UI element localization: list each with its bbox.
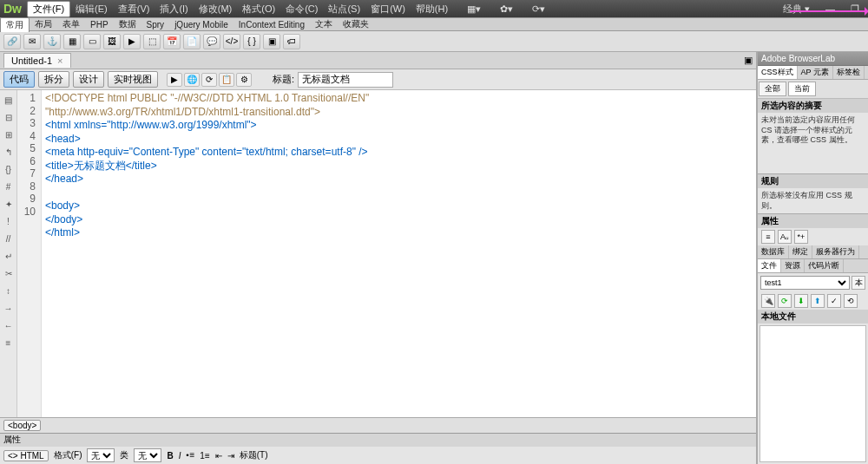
anchor-icon[interactable]: ⚓: [43, 34, 61, 49]
open-docs-icon[interactable]: ▤: [3, 94, 15, 106]
syntax-error-icon[interactable]: !: [3, 215, 15, 227]
highlight-icon[interactable]: ✦: [3, 198, 15, 210]
menu-window[interactable]: 窗口(W): [365, 2, 411, 16]
css-current-button[interactable]: 当前: [788, 82, 816, 96]
snippets-tab[interactable]: 代码片断: [805, 259, 844, 272]
email-link-icon[interactable]: ✉: [23, 34, 41, 49]
tab-incontext[interactable]: InContext Editing: [233, 19, 310, 30]
menu-site[interactable]: 站点(S): [323, 2, 365, 16]
table-icon[interactable]: ▦: [63, 34, 81, 49]
menu-format[interactable]: 格式(O): [237, 2, 280, 16]
split-view-button[interactable]: 拆分: [38, 71, 69, 88]
local-view-button[interactable]: 本: [852, 276, 865, 290]
div-icon[interactable]: ▭: [83, 34, 101, 49]
recent-snippets-icon[interactable]: ✂: [3, 267, 15, 279]
extend-icon[interactable]: ✿▾: [495, 3, 518, 16]
layout-icon[interactable]: ▦▾: [462, 3, 486, 16]
tab-common[interactable]: 常用: [0, 17, 30, 32]
show-set-icon[interactable]: *+: [794, 230, 808, 244]
expand-icon[interactable]: ⊞: [3, 128, 15, 141]
format-select[interactable]: 无: [87, 448, 115, 462]
bindings-tab[interactable]: 绑定: [789, 245, 812, 258]
tag-selector-body[interactable]: <body>: [3, 420, 41, 431]
menu-insert[interactable]: 插入(I): [155, 2, 193, 16]
show-category-icon[interactable]: ≡: [761, 230, 775, 244]
script-icon[interactable]: { }: [243, 34, 260, 49]
options-icon[interactable]: ⚙: [236, 73, 252, 87]
balance-braces-icon[interactable]: {}: [3, 163, 15, 175]
properties-panel-header[interactable]: 属性: [0, 433, 756, 447]
menu-help[interactable]: 帮助(H): [411, 2, 453, 16]
comment-icon[interactable]: 💬: [203, 34, 220, 49]
tab-text[interactable]: 文本: [310, 17, 338, 31]
tab-data[interactable]: 数据: [114, 17, 141, 31]
tab-favorites[interactable]: 收藏夹: [338, 17, 374, 31]
indent-icon[interactable]: →: [3, 302, 15, 314]
outdent-icon[interactable]: ←: [3, 319, 15, 331]
get-icon[interactable]: ⬇: [794, 294, 808, 308]
tab-php[interactable]: PHP: [85, 19, 114, 30]
tab-forms[interactable]: 表单: [57, 17, 85, 31]
collapse-panels-icon[interactable]: ▣: [744, 55, 753, 66]
head-icon[interactable]: </>: [223, 34, 240, 49]
ssi-icon[interactable]: 📄: [183, 34, 201, 49]
code-view-button[interactable]: 代码: [3, 71, 35, 88]
live-code-icon[interactable]: ▶: [167, 73, 182, 87]
tab-spry[interactable]: Spry: [141, 19, 170, 30]
databases-tab[interactable]: 数据库: [758, 245, 789, 258]
workspace-switcher[interactable]: 经典 ▾: [778, 2, 815, 16]
put-icon[interactable]: ⬆: [811, 294, 825, 308]
refresh-files-icon[interactable]: ⟳: [778, 294, 792, 308]
design-view-button[interactable]: 设计: [73, 71, 104, 88]
address-icon[interactable]: 📋: [219, 73, 234, 87]
tab-layout[interactable]: 布局: [30, 17, 57, 31]
bold-button[interactable]: B: [167, 451, 173, 461]
select-parent-icon[interactable]: ↰: [3, 146, 15, 158]
html-props-button[interactable]: <> HTML: [3, 450, 49, 461]
behaviors-tab[interactable]: 服务器行为: [812, 245, 859, 258]
document-tab[interactable]: Untitled-1 ×: [3, 53, 71, 68]
outdent-button[interactable]: ⇤: [215, 451, 222, 461]
ol-button[interactable]: 1≡: [200, 451, 209, 461]
assets-tab[interactable]: 资源: [781, 259, 805, 272]
menu-view[interactable]: 查看(V): [113, 2, 155, 16]
tag-icon[interactable]: 🏷: [283, 34, 300, 49]
connect-icon[interactable]: 🔌: [761, 294, 775, 308]
italic-button[interactable]: I: [179, 451, 181, 461]
browserlab-panel-header[interactable]: Adobe BrowserLab: [758, 52, 868, 66]
title-input[interactable]: [298, 72, 393, 88]
code-editor[interactable]: <!DOCTYPE html PUBLIC "-//W3C//DTD XHTML…: [42, 90, 756, 417]
checkout-icon[interactable]: ✓: [827, 294, 841, 308]
refresh-icon[interactable]: ⟳: [201, 73, 217, 87]
menu-command[interactable]: 命令(C): [280, 2, 323, 16]
tab-jquery[interactable]: jQuery Mobile: [169, 19, 233, 30]
show-list-icon[interactable]: Aᵤ: [778, 230, 792, 244]
live-view-button[interactable]: 实时视图: [108, 71, 158, 88]
menu-modify[interactable]: 修改(M): [194, 2, 238, 16]
apply-comment-icon[interactable]: //: [3, 232, 15, 245]
site-select[interactable]: test1: [760, 276, 850, 290]
template-icon[interactable]: ▣: [263, 34, 280, 49]
css-all-button[interactable]: 全部: [759, 82, 786, 96]
wrap-tag-icon[interactable]: ↵: [3, 250, 15, 262]
collapse-selection-icon[interactable]: ⊟: [3, 111, 15, 123]
restore-button[interactable]: ❐: [845, 3, 865, 16]
file-tree[interactable]: [760, 325, 866, 462]
files-tab[interactable]: 文件: [758, 259, 781, 272]
media-icon[interactable]: ▶: [123, 34, 141, 49]
menu-edit[interactable]: 编辑(E): [70, 2, 113, 16]
sync-icon[interactable]: ⟳▾: [527, 3, 550, 16]
date-icon[interactable]: 📅: [163, 34, 181, 49]
move-css-icon[interactable]: ↕: [3, 284, 15, 297]
indent-button[interactable]: ⇥: [227, 451, 234, 461]
line-numbers-icon[interactable]: #: [3, 180, 15, 193]
hyperlink-icon[interactable]: 🔗: [3, 34, 21, 49]
minimize-button[interactable]: —: [820, 3, 840, 15]
widget-icon[interactable]: ⬚: [143, 34, 161, 49]
format-source-icon[interactable]: ≡: [3, 337, 15, 349]
image-icon[interactable]: 🖼: [103, 34, 121, 49]
menu-file[interactable]: 文件(F): [27, 1, 70, 17]
tag-inspector-tab[interactable]: 标签检: [833, 66, 865, 79]
sync-files-icon[interactable]: ⟲: [844, 294, 858, 308]
close-tab-icon[interactable]: ×: [57, 56, 62, 66]
